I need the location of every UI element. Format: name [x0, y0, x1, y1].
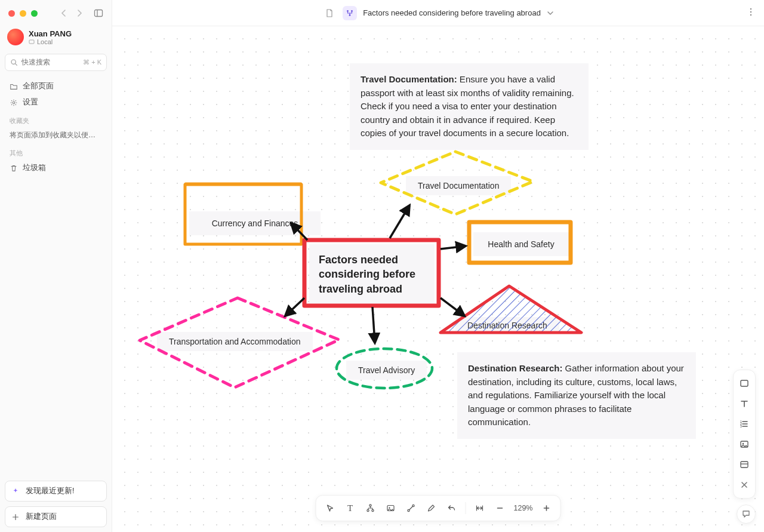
plus-icon — [11, 513, 20, 521]
sidebar: Xuan PANG Local 快速搜索 ⌘ + K 全部页面 设置 收藏夹 将… — [0, 0, 112, 532]
fit-width-button[interactable] — [471, 499, 489, 517]
canvas[interactable]: Travel Documentation: Ensure you have a … — [112, 26, 764, 532]
search-placeholder: 快速搜索 — [21, 57, 50, 67]
svg-point-10 — [750, 11, 751, 13]
svg-line-16 — [440, 246, 466, 249]
layout-tool-button[interactable] — [737, 457, 751, 472]
sidebar-toggle-button[interactable] — [94, 8, 103, 18]
zoom-out-button[interactable] — [491, 499, 509, 517]
zoom-label[interactable]: 129% — [512, 504, 535, 512]
topbar: Factors needed considering before travel… — [112, 0, 764, 26]
close-palette-button[interactable] — [737, 478, 751, 492]
document-icon — [322, 6, 337, 20]
image-button[interactable] — [382, 499, 400, 517]
chevron-down-icon[interactable] — [547, 10, 554, 17]
page-title: Factors needed considering before travel… — [363, 8, 541, 17]
search-input[interactable]: 快速搜索 ⌘ + K — [5, 54, 107, 71]
sidebar-item-settings[interactable]: 设置 — [5, 94, 107, 110]
sparkle-icon — [11, 487, 20, 496]
sidebar-item-all-pages[interactable]: 全部页面 — [5, 78, 107, 94]
breadcrumb[interactable]: Factors needed considering before travel… — [322, 6, 554, 20]
svg-text:3: 3 — [740, 425, 742, 428]
text-tool-button[interactable] — [737, 396, 751, 411]
svg-point-32 — [389, 507, 390, 508]
nav-back-button[interactable] — [60, 10, 67, 17]
nav-arrows — [60, 10, 83, 17]
user-location-label: Local — [37, 38, 53, 45]
shapes-layer — [112, 26, 764, 528]
svg-rect-26 — [741, 462, 748, 468]
zoom-in-button[interactable] — [537, 499, 555, 517]
discover-updates-label: 发现最近更新! — [26, 486, 74, 496]
svg-point-28 — [369, 505, 371, 506]
list-tool-button[interactable]: 123 — [737, 417, 751, 431]
discover-updates-button[interactable]: 发现最近更新! — [5, 481, 107, 502]
maximize-window-icon[interactable] — [31, 10, 38, 17]
bottom-toolbar: T 129% — [316, 495, 561, 521]
right-palette: 123 — [733, 370, 756, 499]
trash-icon — [10, 164, 18, 173]
svg-point-11 — [750, 14, 751, 16]
image-tool-button[interactable] — [737, 437, 751, 451]
sidebar-item-label: 全部页面 — [23, 81, 54, 91]
user-row[interactable]: Xuan PANG Local — [5, 26, 107, 51]
folder-icon — [10, 82, 18, 91]
svg-rect-0 — [95, 10, 103, 17]
new-page-button[interactable]: 新建页面 — [5, 506, 107, 527]
svg-point-30 — [372, 509, 374, 511]
mindmap-icon — [343, 6, 357, 20]
sidebar-item-label: 设置 — [23, 97, 38, 107]
sidebar-section-favorites: 收藏夹 — [5, 110, 107, 128]
svg-line-4 — [16, 64, 17, 66]
chat-icon — [741, 509, 751, 519]
close-window-icon[interactable] — [8, 10, 15, 17]
svg-point-5 — [13, 102, 15, 104]
gear-icon — [10, 99, 18, 107]
search-icon — [10, 59, 18, 66]
user-location: Local — [29, 38, 72, 45]
search-shortcut: ⌘ + K — [83, 59, 101, 66]
minimize-window-icon[interactable] — [20, 10, 26, 17]
avatar — [7, 29, 24, 45]
pen-tool-button[interactable] — [423, 499, 440, 517]
user-name: Xuan PANG — [29, 29, 72, 38]
nav-forward-button[interactable] — [76, 10, 83, 17]
chat-bubble-button[interactable] — [737, 505, 756, 524]
sidebar-section-other: 其他 — [5, 143, 107, 160]
pointer-tool-button[interactable] — [321, 499, 339, 517]
more-menu-button[interactable] — [746, 7, 756, 17]
svg-line-18 — [372, 307, 375, 343]
tree-tool-button[interactable] — [362, 499, 380, 517]
svg-point-9 — [750, 8, 751, 10]
text-button[interactable]: T — [341, 499, 359, 517]
svg-rect-2 — [29, 40, 34, 44]
svg-line-15 — [390, 205, 409, 238]
undo-button[interactable] — [443, 499, 461, 517]
svg-point-29 — [367, 509, 369, 511]
window-controls — [5, 5, 107, 26]
shape-rect-button[interactable] — [737, 376, 751, 390]
new-page-label: 新建页面 — [26, 512, 57, 522]
svg-line-19 — [285, 298, 304, 316]
sidebar-item-trash[interactable]: 垃圾箱 — [5, 160, 107, 176]
svg-line-14 — [291, 223, 307, 240]
svg-line-17 — [440, 298, 464, 316]
svg-point-25 — [743, 443, 744, 444]
svg-point-13 — [337, 349, 432, 388]
connector-tool-button[interactable] — [402, 499, 420, 517]
svg-rect-20 — [741, 380, 748, 386]
sidebar-item-label: 垃圾箱 — [23, 163, 46, 173]
sidebar-favorites-hint: 将页面添加到收藏夹以便轻松... — [5, 128, 107, 143]
